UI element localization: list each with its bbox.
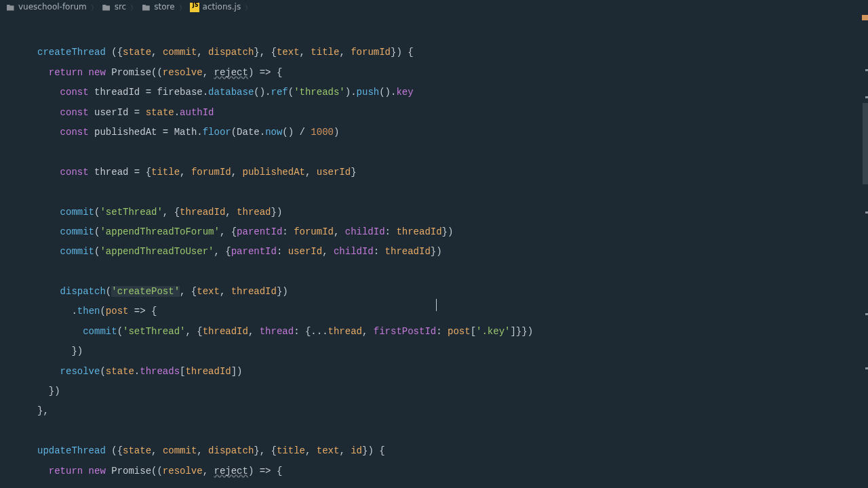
crumb-src[interactable]: src (102, 0, 127, 16)
minimap-marker (865, 367, 868, 369)
chevron-icon: 〉 (91, 1, 98, 15)
minimap-marker (865, 69, 868, 71)
minimap-viewport[interactable] (863, 103, 868, 184)
crumb-store[interactable]: store (141, 0, 174, 16)
code-line: const thread = {title, forumId, publishe… (37, 163, 868, 182)
minimap-marker (862, 15, 868, 20)
minimap-marker (865, 96, 868, 98)
chevron-icon: 〉 (245, 1, 252, 15)
code-line: const userId = state.authId (37, 103, 868, 123)
folder-icon (102, 3, 111, 12)
crumb-file[interactable]: JS actions.js (190, 0, 241, 16)
code-line: const publishedAt = Math.floor(Date.now(… (37, 123, 868, 142)
code-line: }) (37, 382, 868, 401)
crumb-label: src (115, 0, 127, 16)
crumb-label: store (154, 0, 174, 16)
folder-icon (5, 3, 15, 12)
scrollbar-minimap[interactable] (861, 15, 868, 488)
crumb-project[interactable]: vueschool-forum (5, 0, 87, 16)
code-line: .then(post => { (37, 302, 868, 321)
chevron-icon: 〉 (130, 1, 137, 15)
code-line (37, 422, 868, 441)
code-line: resolve(state.threads[threadId]) (37, 362, 868, 382)
code-line (37, 23, 868, 43)
code-line (37, 142, 868, 162)
code-line: const threadId = firebase.database().ref… (37, 83, 868, 102)
code-line: updateThread ({state, commit, dispatch},… (37, 441, 868, 461)
code-editor[interactable]: createThread ({state, commit, dispatch},… (0, 15, 868, 481)
folder-icon (141, 3, 151, 12)
minimap-marker (865, 211, 868, 214)
chevron-icon: 〉 (179, 1, 186, 15)
breadcrumb: vueschool-forum 〉 src 〉 store 〉 JS actio… (0, 0, 868, 15)
minimap-marker (865, 313, 868, 315)
code-line: }) (37, 342, 868, 361)
crumb-label: actions.js (203, 0, 241, 16)
crumb-label: vueschool-forum (18, 0, 87, 16)
code-line: commit('setThread', {threadId, thread}) (37, 203, 868, 222)
code-line: }, (37, 401, 868, 421)
code-line: commit('appendThreadToForum', {parentId:… (37, 222, 868, 242)
code-line: createThread ({state, commit, dispatch},… (37, 43, 868, 62)
code-line: commit('setThread', {threadId, thread: {… (37, 322, 868, 342)
text-cursor (436, 299, 437, 311)
code-line: return new Promise((resolve, reject) => … (37, 63, 868, 83)
code-line (37, 262, 868, 282)
code-line (37, 182, 868, 202)
code-line: dispatch('createPost', {text, threadId}) (37, 282, 868, 302)
js-file-icon: JS (190, 3, 199, 12)
code-line: commit('appendThreadToUser', {parentId: … (37, 242, 868, 262)
code-line: return new Promise((resolve, reject) => … (37, 462, 868, 481)
